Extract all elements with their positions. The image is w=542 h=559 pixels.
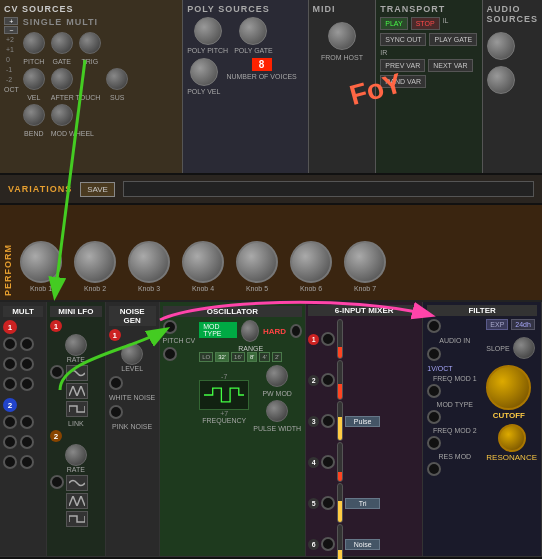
mixer-ch3-num: 3: [308, 416, 319, 427]
poly-gate-knob[interactable]: [239, 17, 267, 45]
lfo-wave-square-2[interactable]: [66, 511, 88, 527]
mixer-ch3-name[interactable]: Pulse: [345, 416, 380, 427]
white-noise-jack[interactable]: [109, 376, 123, 390]
bend-knob[interactable]: [23, 104, 45, 126]
filter-mod-knob[interactable]: [513, 337, 535, 359]
midi-from-host-knob[interactable]: [328, 22, 356, 50]
pulse-width-knob[interactable]: [266, 400, 288, 422]
osc-hard-jack[interactable]: [290, 324, 302, 338]
prev-var-btn[interactable]: PREV VAR: [380, 59, 425, 72]
gate-knob[interactable]: [51, 32, 73, 54]
lfo-num2: 2: [50, 430, 62, 442]
next-var-btn[interactable]: NEXT VAR: [428, 59, 472, 72]
mixer-ch3-jack[interactable]: [321, 414, 335, 428]
filter-mod-type-jack[interactable]: [427, 410, 441, 424]
mixer-ch1-jack[interactable]: [321, 332, 335, 346]
mult-jack-1f[interactable]: [20, 377, 34, 391]
osc-pitch-cv-jack[interactable]: [163, 320, 177, 334]
pitch-knob[interactable]: [23, 32, 45, 54]
play-btn[interactable]: PLAY: [380, 17, 407, 30]
range-32-btn[interactable]: 32': [215, 352, 229, 362]
mixer-ch5-fader[interactable]: [337, 483, 343, 523]
filter-freq-mod1-jack[interactable]: [427, 384, 441, 398]
mixer-ch2-jack[interactable]: [321, 373, 335, 387]
range-8-btn[interactable]: 8': [247, 352, 257, 362]
range-16-btn[interactable]: 16': [231, 352, 245, 362]
audio-src-knob-1[interactable]: [487, 32, 515, 60]
mult-jack-2b[interactable]: [20, 415, 34, 429]
mixer-ch5-name[interactable]: Tri: [345, 498, 380, 509]
stop-btn[interactable]: STOP: [411, 17, 440, 30]
range-label: RANGE: [199, 345, 302, 352]
osc-mod-jack[interactable]: [163, 347, 177, 361]
lfo-jack-2a[interactable]: [50, 475, 64, 489]
lfo-wave-sine-2[interactable]: [66, 475, 88, 491]
mult-jack-1d[interactable]: [20, 357, 34, 371]
filter-audio-in-jack[interactable]: [427, 319, 441, 333]
play-gate-btn[interactable]: PLAY GATE: [429, 33, 477, 46]
mixer-ch3-fader[interactable]: [337, 401, 343, 441]
mixer-ch1-fader[interactable]: [337, 319, 343, 359]
lfo-wave-tri-2[interactable]: [66, 493, 88, 509]
oct-plus-btn[interactable]: +: [4, 17, 18, 25]
pink-noise-jack[interactable]: [109, 405, 123, 419]
oct-minus-btn[interactable]: −: [4, 26, 18, 34]
mult-jack-2d[interactable]: [20, 435, 34, 449]
mult-jack-1e[interactable]: [3, 377, 17, 391]
mult-jack-2a[interactable]: [3, 415, 17, 429]
lfo-rate-knob-1[interactable]: [65, 334, 87, 356]
lfo-rate-knob-2[interactable]: [65, 444, 87, 466]
cv-minus1: -1: [6, 65, 14, 75]
mixer-ch4-jack[interactable]: [321, 455, 335, 469]
poly-pitch-knob[interactable]: [194, 17, 222, 45]
perform-knob-3[interactable]: [128, 241, 170, 283]
range-lo-btn[interactable]: LO: [199, 352, 213, 362]
perform-knob-2[interactable]: [74, 241, 116, 283]
rand-var-btn[interactable]: RAND VAR: [380, 75, 426, 88]
filter-voct-jack[interactable]: [427, 347, 441, 361]
lfo-jack-1a[interactable]: [50, 365, 64, 379]
pink-noise-label: PINK NOISE: [109, 423, 156, 430]
osc-main-knob[interactable]: [241, 320, 259, 342]
mult-jack-2c[interactable]: [3, 435, 17, 449]
lfo-wave-sine-1[interactable]: [66, 365, 88, 381]
mixer-ch6-name[interactable]: Noise: [345, 539, 380, 550]
perform-knob-1[interactable]: [20, 241, 62, 283]
perform-knob-5[interactable]: [236, 241, 278, 283]
cv-zero: 0: [6, 55, 14, 65]
mixer-ch2-fader[interactable]: [337, 360, 343, 400]
filter-freq-mod2-jack[interactable]: [427, 436, 441, 450]
vel-knob[interactable]: [23, 68, 45, 90]
range-4-btn[interactable]: 4': [259, 352, 269, 362]
perform-knob-6[interactable]: [290, 241, 332, 283]
noise-level-knob[interactable]: [121, 343, 143, 365]
mult-jack-2e[interactable]: [3, 455, 17, 469]
aftertouch-knob[interactable]: [51, 68, 73, 90]
perform-knob-4[interactable]: [182, 241, 224, 283]
filter-res-mod-jack[interactable]: [427, 462, 441, 476]
mult-jack-1b[interactable]: [20, 337, 34, 351]
exp-btn[interactable]: EXP: [486, 319, 508, 330]
sync-out-btn[interactable]: SYNC OUT: [380, 33, 426, 46]
mixer-ch6-fader[interactable]: [337, 524, 343, 559]
save-btn[interactable]: SAVE: [80, 182, 115, 197]
filter-cutoff-knob[interactable]: [486, 365, 531, 410]
audio-src-knob-2[interactable]: [487, 66, 515, 94]
poly-vel-knob[interactable]: [190, 58, 218, 86]
modwheel-knob[interactable]: [51, 104, 73, 126]
mult-jack-2f[interactable]: [20, 455, 34, 469]
mixer-ch6-jack[interactable]: [321, 537, 335, 551]
mixer-ch6-num: 6: [308, 539, 319, 550]
pw-mod-knob[interactable]: [266, 365, 288, 387]
perform-knob-7[interactable]: [344, 241, 386, 283]
range-2-btn[interactable]: 2': [272, 352, 282, 362]
sus-knob[interactable]: [106, 68, 128, 90]
mult-jack-1a[interactable]: [3, 337, 17, 351]
mixer-ch5-jack[interactable]: [321, 496, 335, 510]
trig-knob[interactable]: [79, 32, 101, 54]
lfo-wave-tri-1[interactable]: [66, 383, 88, 399]
mixer-ch4-fader[interactable]: [337, 442, 343, 482]
lfo-wave-square-1[interactable]: [66, 401, 88, 417]
filter-resonance-knob[interactable]: [498, 424, 526, 452]
mult-jack-1c[interactable]: [3, 357, 17, 371]
